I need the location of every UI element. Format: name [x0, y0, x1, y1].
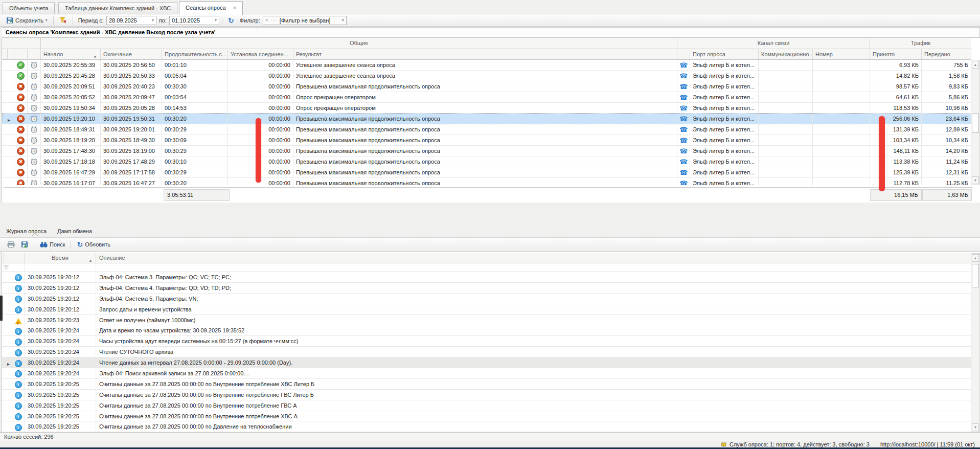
table-row[interactable]: 30.09.2025 20:09:51 30.09.2025 20:40:23 …	[2, 81, 971, 92]
refresh-button[interactable]: ↻	[225, 16, 237, 25]
row-marker	[4, 368, 12, 378]
cell-duration: 00:30:29	[162, 124, 228, 134]
search-button[interactable]: Поиск	[37, 240, 68, 249]
status-cell	[14, 178, 28, 185]
list-item[interactable]: 30.09.2025 19:20:23 Ответ не получен (та…	[2, 315, 973, 326]
col-header-comm[interactable]: Коммуникационно...	[759, 49, 813, 59]
col-header-start[interactable]: Начало▼	[41, 49, 101, 59]
journal-scrollbar[interactable]: ▲ ▼	[971, 253, 980, 432]
list-item[interactable]: 30.09.2025 19:20:12 Эльф-04: Система 4. …	[2, 283, 973, 294]
tab-objects[interactable]: Объекты учета	[3, 2, 55, 14]
list-item[interactable]: 30.09.2025 19:20:24 Эльф-04: Поиск архив…	[2, 368, 973, 379]
col-status	[14, 49, 28, 59]
scroll-up-icon[interactable]: ▲	[972, 254, 979, 262]
cell-number	[813, 167, 870, 177]
alarm-clock-icon	[30, 94, 38, 101]
period-to-value: 01.10.2025	[172, 17, 215, 24]
list-item[interactable]: 30.09.2025 19:20:12 Эльф-04: Система 5. …	[2, 294, 973, 304]
chevron-down-icon: ▾	[45, 18, 48, 23]
save-button[interactable]: Сохранить ▾	[3, 16, 51, 25]
level-icon	[15, 381, 22, 388]
table-row[interactable]: 30.09.2025 17:48:30 30.09.2025 18:19:00 …	[2, 146, 971, 156]
scroll-thumb[interactable]	[972, 264, 979, 287]
chevron-down-icon: ▾	[152, 18, 154, 23]
scroll-up-icon[interactable]: ▲	[972, 61, 979, 69]
col-header-duration[interactable]: Продолжительность с...	[162, 49, 228, 59]
level-icon	[15, 370, 22, 377]
filter-combobox[interactable]: × ··· [Фильтр не выбран] ▾	[263, 16, 347, 25]
col-header-time[interactable]: Время▲	[25, 253, 96, 263]
list-item[interactable]: 30.09.2025 19:20:25 Считаны данные за 27…	[2, 421, 973, 432]
list-item[interactable]: 30.09.2025 19:20:25 Считаны данные за 27…	[2, 400, 973, 411]
tab-journal[interactable]: Журнал опроса	[3, 227, 50, 235]
row-marker	[4, 325, 12, 335]
tab-data-table[interactable]: Таблица данных Комплекс зданий - ХВС	[58, 2, 177, 14]
journal-filter-row[interactable]	[2, 263, 973, 272]
table-row[interactable]: 30.09.2025 20:55:39 30.09.2025 20:56:50 …	[2, 60, 971, 71]
cell-time: 30.09.2025 19:20:25	[25, 390, 96, 400]
list-item[interactable]: 30.09.2025 19:20:24 Дата и время по часа…	[2, 325, 973, 336]
cell-result: Превышена максимальная продолжительность…	[293, 178, 677, 185]
table-row[interactable]: 30.09.2025 16:17:07 30.09.2025 16:47:27 …	[2, 178, 971, 185]
cell-sent: 755 Б	[922, 60, 971, 70]
cell-time: 30.09.2025 19:20:24	[25, 368, 96, 378]
list-item[interactable]: 30.09.2025 19:20:25 Считаны данные за 27…	[2, 411, 973, 422]
sessions-scrollbar[interactable]: ▲ ▼	[971, 60, 980, 185]
cell-duration: 00:30:20	[162, 178, 228, 185]
list-item[interactable]: 30.09.2025 19:20:24 Чтение данных за инт…	[2, 357, 973, 368]
scroll-thumb[interactable]	[972, 114, 979, 133]
cell-port: Эльф литер Б и котел...	[690, 178, 759, 185]
list-item[interactable]: 30.09.2025 19:20:12 Запрос даты и времен…	[2, 304, 973, 315]
cell-result: Превышена максимальная продолжительность…	[293, 135, 677, 145]
cell-comm	[759, 92, 813, 102]
list-item[interactable]: 30.09.2025 19:20:24 Часы устройства идут…	[2, 336, 973, 347]
clear-icon[interactable]: ×	[265, 17, 268, 23]
period-to-input[interactable]: 01.10.2025 ▾	[169, 16, 219, 25]
list-item[interactable]: 30.09.2025 19:20:24 Чтение СУТОЧНОГО арх…	[2, 347, 973, 357]
col-header-connect[interactable]: Установка соединен...	[228, 49, 293, 59]
table-row[interactable]: 30.09.2025 19:20:10 30.09.2025 19:50:31 …	[2, 114, 971, 124]
cell-connect: 00:00:00	[228, 60, 293, 70]
phone-icon: ☎	[679, 116, 688, 122]
export-button[interactable]	[18, 240, 31, 249]
period-from-input[interactable]: 28.09.2025 ▾	[106, 16, 156, 25]
ellipsis-icon[interactable]: ···	[270, 17, 278, 24]
cell-start: 30.09.2025 20:55:39	[41, 60, 101, 70]
level-cell	[12, 315, 25, 325]
phone-icon: ☎	[679, 180, 688, 186]
alarm-clock-icon	[30, 169, 38, 176]
table-row[interactable]: 30.09.2025 18:49:31 30.09.2025 19:20:01 …	[2, 124, 971, 135]
col-header-port[interactable]: Порт опроса	[690, 49, 759, 59]
table-row[interactable]: 30.09.2025 19:50:34 30.09.2025 20:05:28 …	[2, 103, 971, 114]
clear-filter-button[interactable]	[56, 15, 70, 25]
col-header-received[interactable]: Принято	[870, 49, 922, 59]
list-item[interactable]: 30.09.2025 19:20:12 Эльф-04: Система 3. …	[2, 272, 973, 283]
table-row[interactable]: 30.09.2025 17:18:18 30.09.2025 17:48:29 …	[2, 156, 971, 167]
table-row[interactable]: 30.09.2025 16:47:29 30.09.2025 17:17:58 …	[2, 167, 971, 178]
col-header-sent[interactable]: Передано	[922, 49, 971, 59]
period-from-label: Период с:	[78, 17, 104, 24]
jcol-icon	[12, 253, 25, 263]
close-tab-icon[interactable]: ×	[233, 2, 236, 14]
col-header-description[interactable]: Описание	[96, 253, 973, 263]
cell-number	[813, 114, 870, 124]
col-header-end[interactable]: Окончание	[101, 49, 162, 59]
print-button[interactable]	[4, 240, 18, 249]
cell-description: Ответ не получен (таймаут 10000мс)	[96, 315, 973, 325]
table-row[interactable]: 30.09.2025 18:19:20 30.09.2025 18:49:30 …	[2, 135, 971, 146]
list-item[interactable]: 30.09.2025 19:20:25 Считаны данные за 27…	[2, 390, 973, 400]
table-row[interactable]: 30.09.2025 20:45:28 30.09.2025 20:50:33 …	[2, 71, 971, 81]
tab-dump[interactable]: Дамп обмена	[54, 227, 95, 235]
cell-number	[813, 135, 870, 145]
clock-cell	[28, 81, 41, 92]
scroll-down-icon[interactable]: ▼	[972, 176, 979, 184]
tab-sessions[interactable]: Сеансы опроса×	[179, 1, 243, 15]
cell-end: 30.09.2025 20:56:50	[101, 60, 162, 70]
col-header-result[interactable]: Результат	[293, 49, 677, 59]
cell-end: 30.09.2025 20:09:47	[101, 92, 162, 102]
journal-refresh-button[interactable]: ↻ Обновить	[74, 240, 113, 249]
list-item[interactable]: 30.09.2025 19:20:25 Считаны данные за 27…	[2, 379, 973, 390]
table-row[interactable]: 30.09.2025 20:05:52 30.09.2025 20:09:47 …	[2, 92, 971, 103]
scroll-down-icon[interactable]: ▼	[972, 423, 979, 431]
col-header-number[interactable]: Номер	[813, 49, 870, 59]
